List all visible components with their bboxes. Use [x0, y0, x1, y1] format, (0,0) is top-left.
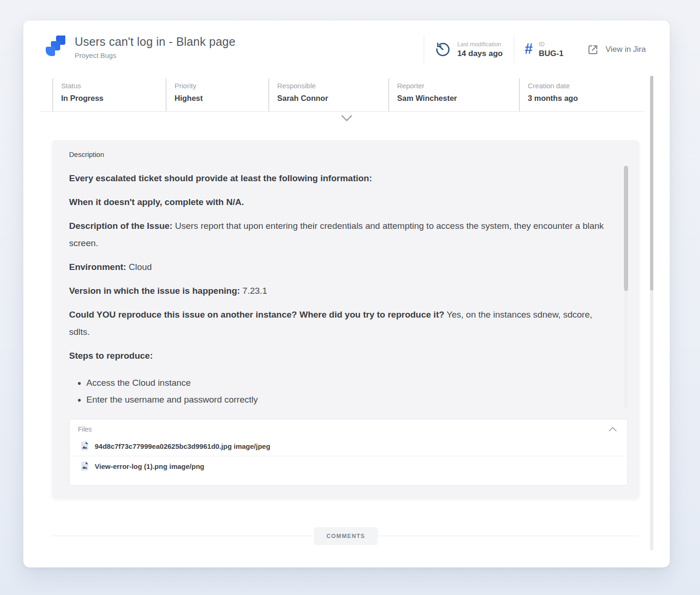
id-value: BUG-1 [539, 49, 563, 58]
description-paragraph: Description of the Issue: Users report t… [69, 217, 612, 252]
field-priority: Priority Highest [166, 78, 268, 111]
chevron-up-icon [608, 426, 618, 432]
page-scrollbar-track[interactable] [650, 76, 653, 550]
description-paragraph: Version in which the issue is happening:… [69, 282, 612, 299]
image-file-icon [81, 441, 89, 451]
issue-card: Users can't log in - Blank page Proyect … [23, 21, 670, 567]
steps-list: Access the Cloud instance Enter the user… [69, 375, 612, 408]
description-panel: Description Every escalated ticket shoul… [52, 140, 639, 499]
field-value: Highest [175, 94, 268, 103]
field-value: 3 months ago [528, 94, 643, 103]
description-scrollbar-track[interactable] [624, 166, 628, 409]
step-item: Enter the username and password correctl… [86, 391, 612, 408]
field-value: Sam Winchester [397, 94, 519, 103]
field-label: Responsible [277, 82, 388, 90]
field-label: Reporter [397, 82, 519, 90]
page-scrollbar-thumb[interactable] [650, 76, 653, 290]
field-label: Status [61, 82, 166, 90]
description-paragraph: Every escalated ticket should provide at… [69, 170, 612, 187]
view-in-jira-link[interactable]: View in Jira [574, 43, 670, 56]
field-status: Status In Progress [52, 78, 166, 111]
files-label: Files [78, 425, 92, 433]
description-scrollbar-thumb[interactable] [624, 166, 628, 291]
description-paragraph: Environment: Cloud [69, 258, 612, 276]
image-file-icon [81, 461, 89, 471]
header-meta: Last modification 14 days ago # ID BUG-1 [424, 33, 670, 66]
files-collapse-button[interactable] [607, 425, 619, 433]
collapse-details-button[interactable] [339, 113, 355, 124]
last-modification: Last modification 14 days ago [424, 35, 514, 64]
file-name: 94d8c7f73c77999ea02625bc3d9961d0.jpg ima… [95, 442, 270, 450]
fields-row: Status In Progress Priority Highest Resp… [52, 78, 643, 111]
last-modification-value: 14 days ago [457, 49, 503, 58]
history-icon [434, 41, 451, 58]
description-label: Description [69, 150, 612, 158]
comments-button[interactable]: COMMENTS [314, 527, 378, 545]
issue-id: # ID BUG-1 [514, 35, 574, 64]
description-paragraph: Steps to reproduce: [69, 347, 612, 364]
description-paragraph: When it doesn't apply, complete with N/A… [69, 193, 612, 211]
description-paragraph: Could YOU reproduce this issue on anothe… [69, 306, 612, 340]
field-value: In Progress [61, 94, 166, 103]
files-panel: Files 94d8c7f73c77 [69, 419, 628, 486]
external-link-icon [587, 43, 599, 56]
issue-title: Users can't log in - Blank page [75, 35, 235, 49]
field-label: Priority [175, 82, 268, 90]
id-label: ID [539, 41, 563, 48]
description-content: Description Every escalated ticket shoul… [52, 140, 639, 417]
field-value: Sarah Connor [277, 94, 388, 103]
chevron-down-icon [340, 113, 354, 123]
field-creation-date: Creation date 3 months ago [519, 78, 643, 111]
hash-icon: # [525, 42, 532, 58]
step-item: Access the Cloud instance [86, 375, 612, 391]
file-name: View-error-log (1).png image/png [95, 462, 204, 470]
title-block: Users can't log in - Blank page Proyect … [75, 35, 235, 59]
file-row[interactable]: 94d8c7f73c77999ea02625bc3d9961d0.jpg ima… [70, 436, 627, 456]
view-in-jira-label: View in Jira [605, 45, 646, 54]
field-reporter: Reporter Sam Winchester [388, 78, 519, 111]
header-divider [41, 111, 644, 112]
jira-logo-icon [46, 35, 65, 57]
field-label: Creation date [528, 82, 643, 90]
footer-divider: COMMENTS [52, 536, 639, 536]
file-row[interactable]: View-error-log (1).png image/png [70, 456, 627, 476]
field-responsible: Responsible Sarah Connor [268, 78, 388, 111]
project-name: Proyect Bugs [75, 51, 235, 59]
header: Users can't log in - Blank page Proyect … [23, 21, 670, 78]
last-modification-label: Last modification [457, 41, 503, 48]
